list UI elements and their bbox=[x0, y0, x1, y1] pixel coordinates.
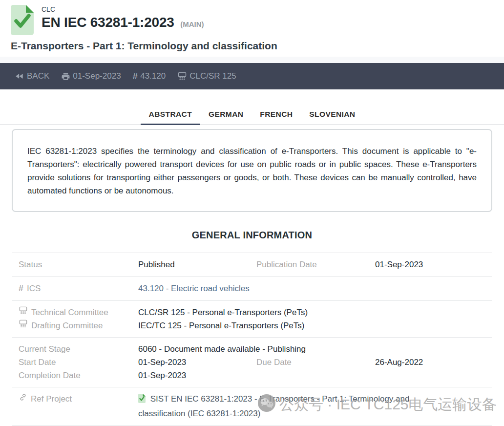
start-date-label: Start Date bbox=[12, 356, 138, 369]
abstract-panel: IEC 63281-1:2023 specifies the terminolo… bbox=[12, 129, 492, 212]
due-date-label-col: Due Date bbox=[256, 342, 375, 382]
general-information-title: GENERAL INFORMATION bbox=[0, 230, 504, 241]
start-date-value: 01-Sep-2023 bbox=[138, 356, 256, 369]
back-button[interactable]: BACK bbox=[15, 71, 49, 81]
ics-code-item[interactable]: # 43.120 bbox=[133, 71, 166, 82]
publication-date-label: Publication Date bbox=[256, 258, 375, 271]
due-date-label: Due Date bbox=[256, 356, 375, 369]
info-row-status: Status Published Publication Date 01-Sep… bbox=[12, 253, 492, 277]
back-label: BACK bbox=[27, 71, 49, 81]
due-date-value-col: 26-Aug-2022 bbox=[375, 342, 492, 382]
general-information-table: Status Published Publication Date 01-Sep… bbox=[12, 253, 492, 426]
current-stage-value: 6060 - Document made available - Publish… bbox=[138, 342, 256, 356]
toolbar: BACK 01-Sep-2023 # 43.120 CLC/SR 125 bbox=[0, 63, 504, 89]
page-title: EN IEC 63281-1:2023 bbox=[42, 15, 174, 30]
committee-text: CLC/SR 125 bbox=[189, 71, 236, 81]
ics-label: ICS bbox=[27, 282, 41, 295]
publication-date-value: 01-Sep-2023 bbox=[375, 258, 492, 271]
committee-values: CLC/SR 125 - Personal e-Transporters (Pe… bbox=[138, 306, 492, 332]
info-row-ref-project: Ref Project SIST EN IEC 63281-1:2023 - E… bbox=[12, 387, 492, 426]
ics-code-text: 43.120 bbox=[140, 71, 166, 81]
drafting-committee-value: IEC/TC 125 - Personal e-Transporters (Pe… bbox=[138, 319, 492, 332]
page-subtitle: E-Transporters - Part 1: Terminology and… bbox=[11, 40, 493, 52]
info-row-ics: # ICS 43.120 - Electric road vehicles bbox=[12, 277, 492, 301]
stage-labels: Current Stage Start Date Completion Date bbox=[12, 342, 138, 382]
publication-date-text: 01-Sep-2023 bbox=[73, 71, 121, 81]
abstract-text: IEC 63281-1:2023 specifies the terminolo… bbox=[27, 147, 477, 195]
ref-project-link[interactable]: SIST EN IEC 63281-1:2023 - E-Transporter… bbox=[138, 392, 439, 420]
current-stage-label: Current Stage bbox=[12, 342, 138, 356]
tab-french[interactable]: FRENCH bbox=[252, 104, 301, 125]
page-header: CLC EN IEC 63281-1:2023 (MAIN) E-Transpo… bbox=[0, 0, 504, 52]
completion-date-value: 01-Sep-2023 bbox=[138, 369, 256, 382]
completion-date-label: Completion Date bbox=[12, 369, 138, 382]
rewind-icon bbox=[15, 71, 24, 81]
link-icon bbox=[19, 392, 27, 405]
publication-date-item[interactable]: 01-Sep-2023 bbox=[61, 71, 121, 81]
ics-link[interactable]: 43.120 - Electric road vehicles bbox=[138, 282, 250, 295]
printer-icon bbox=[61, 72, 70, 81]
committee-icon bbox=[19, 306, 28, 319]
hash-icon: # bbox=[133, 71, 138, 82]
header-divider-strip bbox=[0, 57, 504, 63]
info-row-committees: Technical Committee Drafting Committee bbox=[12, 301, 492, 338]
due-date-value: 26-Aug-2022 bbox=[375, 356, 492, 369]
document-check-icon bbox=[138, 396, 148, 405]
technical-committee-value: CLC/SR 125 - Personal e-Transporters (Pe… bbox=[138, 306, 492, 319]
tab-abstract[interactable]: ABSTRACT bbox=[141, 104, 200, 125]
stage-values: 6060 - Document made available - Publish… bbox=[138, 342, 256, 382]
ref-project-label: Ref Project bbox=[31, 392, 72, 405]
committee-labels: Technical Committee Drafting Committee bbox=[12, 306, 138, 332]
tab-slovenian[interactable]: SLOVENIAN bbox=[301, 104, 363, 125]
ref-project-text: SIST EN IEC 63281-1:2023 - E-Transporter… bbox=[138, 394, 409, 418]
organization-label: CLC bbox=[42, 5, 204, 13]
committee-icon bbox=[19, 319, 28, 332]
hash-icon: # bbox=[19, 282, 23, 295]
committee-icon bbox=[177, 71, 187, 81]
document-check-icon bbox=[11, 5, 34, 37]
technical-committee-label: Technical Committee bbox=[31, 306, 108, 319]
tab-german[interactable]: GERMAN bbox=[200, 104, 252, 125]
main-badge: (MAIN) bbox=[180, 20, 204, 28]
info-row-stage: Current Stage Start Date Completion Date… bbox=[12, 338, 492, 387]
status-value: Published bbox=[138, 258, 256, 271]
language-tabs: ABSTRACT GERMAN FRENCH SLOVENIAN bbox=[0, 104, 504, 125]
status-label: Status bbox=[12, 258, 138, 271]
drafting-committee-label: Drafting Committee bbox=[31, 319, 103, 332]
committee-item[interactable]: CLC/SR 125 bbox=[177, 71, 236, 81]
